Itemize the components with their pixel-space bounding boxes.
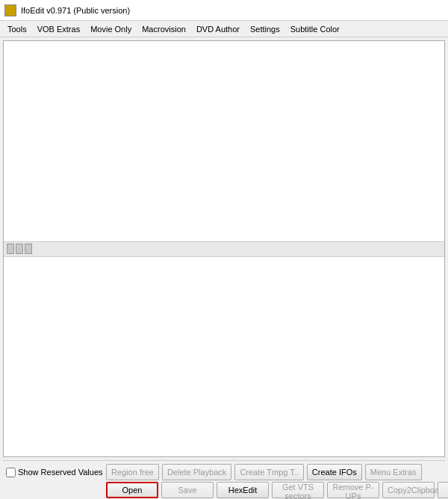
- create-tmpg-t-button[interactable]: Create Tmpg T..: [234, 464, 303, 480]
- menu-item-dvd-author[interactable]: DVD Author: [192, 23, 244, 35]
- menu-item-subtitle-color[interactable]: Subtitle Color: [286, 23, 344, 35]
- show-reserved-label[interactable]: Show Reserved Values: [6, 468, 103, 477]
- remove-pups-button[interactable]: Remove P-UPs: [327, 482, 379, 498]
- menu-item-vob-extras[interactable]: VOB Extras: [33, 23, 84, 35]
- menu-item-settings[interactable]: Settings: [246, 23, 284, 35]
- title-bar: IfoEdit v0.971 (Public version): [0, 0, 448, 21]
- open-button[interactable]: Open: [106, 482, 158, 498]
- menu-item-tools[interactable]: Tools: [3, 23, 31, 35]
- menu-item-movie-only[interactable]: Movie Only: [86, 23, 136, 35]
- save-button[interactable]: Save: [161, 482, 214, 498]
- create-ifos-button[interactable]: Create IFOs: [307, 464, 362, 480]
- hexedit-button[interactable]: HexEdit: [217, 482, 269, 498]
- menu-extras-button[interactable]: Menu Extras: [365, 464, 422, 480]
- region-free-button[interactable]: Region free: [106, 464, 159, 480]
- get-vts-sectors-button[interactable]: Get VTS sectors: [272, 482, 324, 498]
- main-content: [3, 40, 445, 457]
- bottom-row2: Open Save HexEdit Get VTS sectors Remove…: [6, 482, 442, 498]
- show-reserved-text: Show Reserved Values: [18, 468, 103, 477]
- delete-playback-button[interactable]: Delete Playback: [162, 464, 232, 480]
- menu-bar: ToolsVOB ExtrasMovie OnlyMacrovisionDVD …: [0, 21, 448, 37]
- splitter-tab-3[interactable]: [25, 244, 32, 254]
- title-bar-text: IfoEdit v0.971 (Public version): [21, 6, 130, 15]
- copy2clipboard-button[interactable]: Copy2Clipboard: [382, 482, 435, 498]
- show-reserved-checkbox[interactable]: [6, 468, 16, 477]
- menu-item-macrovision[interactable]: Macrovision: [137, 23, 190, 35]
- vob-extras-button[interactable]: VOB Extras: [438, 482, 448, 498]
- app-icon: [4, 4, 16, 16]
- splitter-area[interactable]: [4, 242, 444, 257]
- lower-panel: [4, 257, 444, 457]
- bottom-row1: Show Reserved Values Region free Delete …: [6, 464, 442, 480]
- splitter-tab-2[interactable]: [16, 244, 23, 254]
- splitter-tab-1[interactable]: [7, 244, 14, 254]
- bottom-bar: Show Reserved Values Region free Delete …: [3, 460, 445, 499]
- upper-panel: [4, 41, 444, 242]
